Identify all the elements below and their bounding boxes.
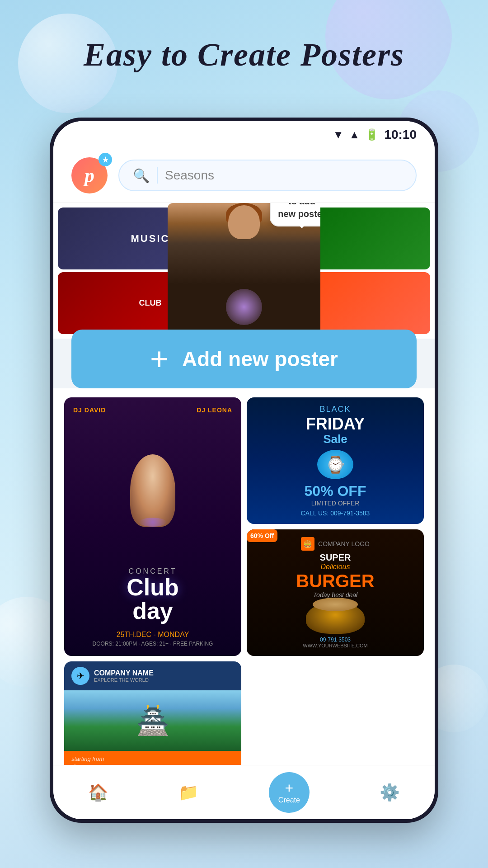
status-icons: ▼ ▲ 🔋 10:10 [333,127,417,142]
burger-delicious: Delicious [321,563,350,571]
travel-image: 🏯 [64,690,241,751]
settings-icon: ⚙️ [380,783,400,802]
burger-title: BURGER [296,571,374,591]
preview-person-head [228,205,260,239]
club-day-text: CONCERT Club day [73,563,232,627]
club-text: Club [73,576,232,599]
poster-grid: DJ DAVID DJ LEONA CONCERT Club day 25TH.… [53,388,435,765]
burger-image [306,602,365,634]
event-date: 25TH.DEC - MONDAY [73,631,232,639]
preview-person-area: Click here to add new poster [168,203,320,339]
glow-effect [226,289,262,325]
burger-discount-badge: 60% Off [247,529,277,542]
bf-label: BLACK [319,405,351,414]
starting-from: starting from [71,755,104,762]
pagoda-icon: 🏯 [136,705,170,737]
folder-icon: 📁 [178,783,199,802]
poster-person-area [73,418,232,563]
search-placeholder: Seasons [165,168,214,183]
app-logo: p ★ [71,157,108,193]
nav-settings[interactable]: ⚙️ [380,783,400,802]
travel-footer: starting from $499 per person [64,751,241,765]
music-label: MUSIC [131,233,170,245]
travel-price: $499 [71,762,104,765]
phone-frame: ▼ ▲ 🔋 10:10 p ★ 🔍 Seasons [50,118,438,823]
poster-travel[interactable]: ✈ COMPANY NAME EXPLORE THE WORLD 🏯 start… [64,661,241,765]
speech-line3: new poster [278,208,320,220]
concert-person [130,454,175,527]
dj-left: DJ DAVID [73,406,106,414]
travel-company: COMPANY NAME [94,669,154,677]
wifi-icon: ▼ [333,128,344,141]
add-poster-plus-icon: + [150,343,169,375]
travel-tagline: EXPLORE THE WORLD [94,677,154,683]
template-preview: MUSIC CLUB Click here [53,203,435,339]
add-poster-label: Add new poster [182,347,338,371]
search-icon: 🔍 [133,168,150,184]
travel-header: ✈ COMPANY NAME EXPLORE THE WORLD [64,661,241,690]
bf-sale: Sale [323,432,347,446]
burger-super: SUPER [320,552,351,563]
battery-icon: 🔋 [365,128,379,141]
dj-names: DJ DAVID DJ LEONA [73,406,232,414]
speech-line2: to add [278,203,320,208]
nav-home[interactable]: 🏠 [88,783,108,802]
app-header: p ★ 🔍 Seasons [53,148,435,203]
signal-icon: ▲ [349,128,360,141]
speech-bubble: Click here to add new poster [270,203,320,226]
search-divider [157,167,158,184]
travel-company-info: COMPANY NAME EXPLORE THE WORLD [94,669,154,683]
search-bar[interactable]: 🔍 Seasons [118,160,417,191]
travel-logo-icon: ✈ [71,667,89,685]
event-details: DOORS: 21:00PM · AGES: 21+ · FREE PARKIN… [73,641,232,647]
burger-contact: 09-791-3503 [320,637,351,643]
content-area: MUSIC CLUB Click here [53,203,435,819]
bf-watch-icon: ⌚ [317,450,353,479]
bf-contact: CALL US: 009-791-3583 [301,509,370,517]
status-bar: ▼ ▲ 🔋 10:10 [53,121,435,148]
dj-right: DJ LEONA [197,406,232,414]
bf-limited: LIMITED OFFER [311,500,360,507]
status-time: 10:10 [384,127,417,142]
phone-screen: ▼ ▲ 🔋 10:10 p ★ 🔍 Seasons [53,121,435,819]
home-icon: 🏠 [88,783,108,802]
poster-black-friday[interactable]: BLACK FRIDAY Sale ⌚ 50% OFF LIMITED OFFE… [247,397,424,524]
burger-logo-icon: 🍔 [301,537,314,551]
poster-burger[interactable]: 60% Off 🍔 COMPANY LOGO SUPER Delicious B… [247,529,424,656]
burger-website: WWW.YOURWEBSITE.COM [303,643,367,648]
day-text: day [73,599,232,623]
logo-letter: p [84,164,94,187]
burger-company: COMPANY LOGO [318,540,370,547]
burger-header: 🍔 COMPANY LOGO [301,537,370,551]
nav-folder[interactable]: 📁 [178,783,199,802]
poster-club-day[interactable]: DJ DAVID DJ LEONA CONCERT Club day 25TH.… [64,397,241,656]
app-title: Easy to Create Posters [0,36,488,74]
add-poster-button[interactable]: + Add new poster [71,330,417,388]
logo-star: ★ [99,153,112,166]
logo-circle: p ★ [71,157,108,193]
create-plus-icon: + [285,781,294,795]
travel-price-info: starting from $499 per person [71,755,104,765]
bottom-nav: 🏠 📁 + Create ⚙️ [53,765,435,819]
create-label: Create [278,796,300,804]
bf-discount: 50% OFF [305,483,366,500]
nav-create-button[interactable]: + Create [269,772,310,813]
bf-title: FRIDAY [306,416,365,432]
